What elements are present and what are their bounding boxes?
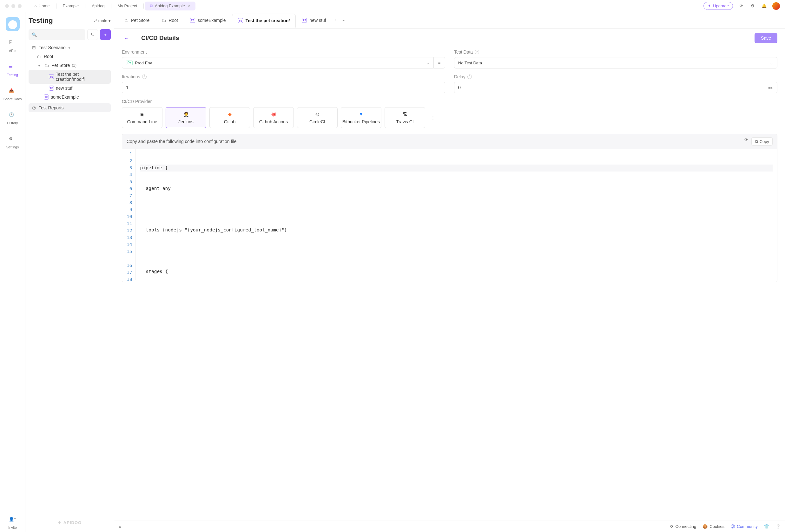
- minimize-window[interactable]: [11, 4, 15, 8]
- status-community[interactable]: ⓓ Community: [731, 524, 758, 529]
- maximize-window[interactable]: [18, 4, 22, 8]
- code-line: agent any: [140, 185, 773, 192]
- rail-settings[interactable]: ⚙ Settings: [0, 134, 25, 152]
- tab-menu-button[interactable]: ⋯: [341, 18, 346, 23]
- title-tab-apidog-example[interactable]: ⧉ Apidog Example ×: [145, 2, 196, 10]
- testdata-select[interactable]: No Test Data ⌄: [454, 57, 777, 69]
- provider-circleci[interactable]: ◎ CircleCI: [297, 107, 337, 128]
- tab-some-example[interactable]: TS someExample: [184, 13, 232, 27]
- main: 🗀 Pet Store 🗀 Root TS someExample TS Tes…: [114, 12, 785, 532]
- travis-icon: 🏗: [402, 111, 408, 117]
- ts-icon: TS: [49, 86, 54, 91]
- tab-pet-store[interactable]: 🗀 Pet Store: [118, 13, 155, 27]
- github-icon: 🐙: [270, 111, 277, 117]
- chevron-down-icon: ⌄: [426, 60, 430, 65]
- history-icon: 🕓: [9, 112, 17, 120]
- help-icon[interactable]: ?: [142, 75, 147, 79]
- provider-bitbucket[interactable]: ▼ Bitbucket Pipelines: [341, 107, 381, 128]
- tree-petstore[interactable]: ▾ 🗀 Pet Store (2): [29, 61, 111, 70]
- status-cookies[interactable]: 🍪 Cookies: [703, 524, 725, 529]
- rail-share-docs[interactable]: 📤 Share Docs: [0, 86, 25, 103]
- tree-item-some-example[interactable]: TS someExample: [29, 92, 111, 102]
- tab-test-pet-creation[interactable]: TS Test the pet creation/: [232, 14, 296, 28]
- upgrade-button[interactable]: ✦ Upgrade: [704, 2, 733, 10]
- external-link-icon: ⧉: [150, 3, 153, 8]
- divider: [136, 35, 136, 41]
- tree-label: new stuf: [56, 86, 72, 91]
- code-editor[interactable]: 12345678910111213141516171819 pipeline {…: [122, 149, 777, 282]
- tree-test-reports[interactable]: ◔ Test Reports: [29, 103, 111, 112]
- help-icon[interactable]: ?: [475, 50, 479, 54]
- user-avatar[interactable]: [772, 2, 780, 10]
- copy-button[interactable]: ⧉ Copy: [751, 137, 773, 145]
- provider-jenkins[interactable]: 🤵 Jenkins: [166, 107, 206, 128]
- rail-history[interactable]: 🕓 History: [0, 110, 25, 128]
- connecting-label: Connecting: [676, 524, 697, 529]
- rail-label: Invite: [8, 526, 17, 529]
- tree-label: Test Reports: [39, 105, 64, 110]
- iterations-input[interactable]: [122, 82, 445, 93]
- close-window[interactable]: [5, 4, 9, 8]
- refresh-code-button[interactable]: ⟳: [744, 137, 748, 145]
- ts-icon: TS: [190, 18, 195, 23]
- search-input[interactable]: 🔍: [29, 29, 85, 40]
- tab-label: new stuf: [309, 18, 326, 23]
- add-tab-button[interactable]: +: [335, 18, 337, 23]
- community-label: Community: [737, 524, 758, 529]
- tree-scenario-header[interactable]: ⊟ Test Scenario ▾: [29, 43, 111, 52]
- add-button[interactable]: +: [100, 29, 111, 40]
- discord-icon: ⓓ: [731, 524, 735, 529]
- cookies-label: Cookies: [709, 524, 725, 529]
- statusbar: « ⟳ Connecting 🍪 Cookies ⓓ Community 👕 ❔: [114, 521, 785, 532]
- status-connecting[interactable]: ⟳ Connecting: [670, 524, 697, 529]
- help-icon[interactable]: ?: [467, 75, 472, 79]
- close-tab-icon[interactable]: ×: [188, 3, 191, 8]
- title-tab-example[interactable]: Example: [58, 2, 84, 10]
- more-providers-button[interactable]: ⋮: [428, 115, 437, 120]
- filter-button[interactable]: ⛉: [87, 29, 98, 40]
- providers-row: ▣ Command Line 🤵 Jenkins ◆ Gitlab 🐙 Gith…: [122, 107, 777, 128]
- chevron-down-icon: ▾: [108, 18, 111, 23]
- tshirt-icon[interactable]: 👕: [764, 524, 769, 529]
- save-button[interactable]: Save: [755, 33, 777, 43]
- provider-label: Bitbucket Pipelines: [343, 119, 380, 124]
- provider-github-actions[interactable]: 🐙 Github Actions: [253, 107, 294, 128]
- menu-icon: ≡: [438, 60, 441, 65]
- title-tab-myproject[interactable]: My Project: [112, 2, 142, 10]
- env-menu-button[interactable]: ≡: [434, 57, 445, 69]
- delay-input[interactable]: [454, 82, 764, 93]
- refresh-icon[interactable]: ⟳: [738, 3, 744, 9]
- rail-apis[interactable]: 🗄 APIs: [0, 37, 25, 55]
- scenario-icon: ⊟: [31, 45, 37, 50]
- branch-selector[interactable]: ⎇ main ▾: [92, 18, 111, 23]
- tab-root[interactable]: 🗀 Root: [155, 13, 184, 27]
- title-tab-apidog[interactable]: Apidog: [86, 2, 109, 10]
- provider-travis[interactable]: 🏗 Travis CI: [385, 107, 425, 128]
- provider-command-line[interactable]: ▣ Command Line: [122, 107, 162, 128]
- bitbucket-icon: ▼: [358, 111, 364, 117]
- tab-new-stuf[interactable]: TS new stuf: [296, 13, 332, 27]
- environment-select[interactable]: Pr Prod Env ⌄: [122, 57, 434, 69]
- copy-icon: ⧉: [755, 139, 758, 144]
- reports-icon: ◔: [31, 105, 37, 110]
- title-tab-label: My Project: [118, 3, 137, 8]
- workspace-avatar[interactable]: [6, 17, 20, 31]
- chevron-down-icon: ▾: [36, 63, 42, 68]
- provider-label: Jenkins: [178, 119, 193, 124]
- collapse-sidebar-button[interactable]: «: [119, 524, 121, 529]
- title-tab-home[interactable]: ⌂ Home: [29, 2, 55, 10]
- tree-item-test-pet-creation[interactable]: TS Test the pet creation/modifi: [29, 70, 111, 84]
- gear-icon[interactable]: ⚙: [750, 3, 756, 9]
- tree-root[interactable]: 🗀 Root: [29, 52, 111, 61]
- rail-testing[interactable]: ☰ Testing: [0, 61, 25, 79]
- help-icon[interactable]: ❔: [776, 524, 781, 529]
- rail-label: Share Docs: [3, 97, 22, 101]
- back-button[interactable]: ←: [122, 34, 131, 43]
- plus-icon: +: [104, 32, 107, 37]
- bell-icon[interactable]: 🔔: [761, 3, 767, 9]
- provider-gitlab[interactable]: ◆ Gitlab: [209, 107, 250, 128]
- rail-invite[interactable]: 👤⁺ Invite: [0, 514, 25, 532]
- window-controls[interactable]: [5, 4, 22, 8]
- tree-item-new-stuf[interactable]: TS new stuf: [29, 84, 111, 92]
- rail-label: Testing: [7, 73, 18, 77]
